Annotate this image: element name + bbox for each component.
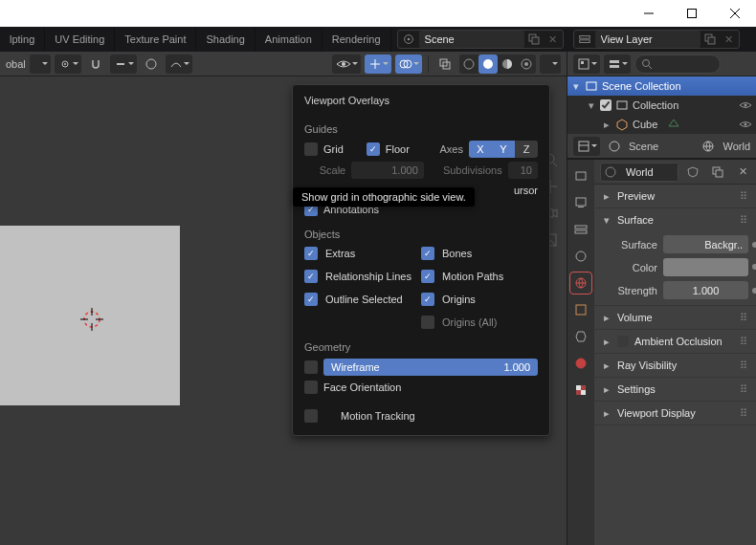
workspace-tab[interactable]: lpting: [0, 27, 45, 52]
shading-lookdev[interactable]: [498, 54, 517, 74]
orientation-dropdown[interactable]: [30, 54, 51, 74]
tab-object[interactable]: [570, 299, 591, 320]
panel-header[interactable]: ▸Ray Visibility⠿: [594, 354, 756, 377]
shading-wireframe[interactable]: [459, 54, 478, 74]
origins-checkbox[interactable]: [421, 293, 434, 306]
grid-checkbox[interactable]: [304, 142, 318, 156]
ao-checkbox[interactable]: [617, 336, 629, 347]
tab-modifiers[interactable]: [570, 326, 591, 347]
tree-row-collection[interactable]: ▾ Collection: [567, 96, 756, 115]
axis-y-toggle[interactable]: Y: [492, 141, 515, 158]
collection-enable-checkbox[interactable]: [600, 99, 611, 111]
snap-toggle[interactable]: [85, 54, 106, 74]
scale-field[interactable]: 1.000: [351, 162, 424, 179]
bones-label: Bones: [442, 248, 472, 259]
world-datablock-field[interactable]: [600, 163, 678, 182]
svg-point-57: [610, 142, 619, 151]
origins-all-checkbox[interactable]: [421, 316, 434, 329]
outliner-display-mode[interactable]: [573, 54, 600, 74]
xray-toggle[interactable]: [434, 54, 456, 74]
svg-rect-52: [617, 101, 627, 109]
panel-header[interactable]: ▸Ambient Occlusion⠿: [594, 330, 756, 353]
tree-row-object[interactable]: ▸ Cube: [567, 115, 756, 134]
shading-dropdown[interactable]: [540, 54, 561, 74]
panel-header[interactable]: ▸Viewport Display⠿: [594, 402, 756, 425]
close-button[interactable]: [713, 0, 756, 27]
motion-paths-checkbox[interactable]: [421, 270, 434, 283]
extras-label: Extras: [325, 248, 355, 259]
surface-shader-field[interactable]: Backgr..: [663, 235, 748, 253]
tab-output[interactable]: [570, 192, 591, 213]
svg-line-33: [649, 66, 652, 69]
tab-viewlayer[interactable]: [570, 219, 591, 240]
shield-icon[interactable]: [682, 163, 703, 182]
new-copy-button[interactable]: [707, 163, 728, 182]
tab-texture[interactable]: [570, 380, 591, 401]
svg-point-71: [606, 167, 615, 177]
wireframe-checkbox[interactable]: [304, 360, 318, 374]
face-orientation-checkbox[interactable]: [304, 381, 318, 394]
relationship-lines-checkbox[interactable]: [304, 270, 318, 283]
workspace-tab[interactable]: Animation: [256, 27, 322, 52]
snap-dropdown[interactable]: [110, 54, 137, 74]
outliner-tree[interactable]: ▾ Scene Collection ▾ Collection ▸ Cube: [567, 76, 756, 134]
svg-point-5: [407, 38, 410, 41]
subdiv-field[interactable]: 10: [508, 162, 538, 179]
minimize-button[interactable]: [627, 0, 670, 27]
proportional-dropdown[interactable]: [166, 54, 192, 74]
viewlayer-browse-button[interactable]: [700, 33, 720, 45]
viewport-3d[interactable]: Show grid in othographic side view. View…: [0, 76, 567, 545]
panel-header[interactable]: ▸Preview⠿: [594, 185, 756, 207]
outliner-search[interactable]: [634, 54, 721, 74]
tab-render[interactable]: [570, 165, 591, 186]
outline-selected-checkbox[interactable]: [304, 293, 318, 306]
floor-checkbox[interactable]: [367, 142, 380, 156]
tab-scene[interactable]: [570, 246, 591, 267]
svg-rect-60: [576, 198, 586, 206]
svg-rect-8: [579, 36, 589, 39]
scene-browse-button[interactable]: [524, 33, 544, 45]
panel-header[interactable]: ▸Volume⠿: [594, 306, 756, 329]
properties-context-header: Scene World: [567, 134, 756, 159]
scene-name-input[interactable]: [419, 31, 524, 48]
tree-row-scene-collection[interactable]: ▾ Scene Collection: [567, 76, 756, 96]
workspace-tab[interactable]: UV Editing: [45, 27, 115, 52]
visibility-dropdown[interactable]: [332, 54, 361, 74]
bones-checkbox[interactable]: [421, 247, 434, 260]
motion-tracking-checkbox[interactable]: [304, 409, 318, 423]
extras-checkbox[interactable]: [304, 247, 318, 260]
scene-datablock[interactable]: ✕: [397, 30, 564, 49]
panel-header[interactable]: ▸Settings⠿: [594, 378, 756, 401]
color-field[interactable]: [663, 258, 748, 276]
workspace-tab[interactable]: Shading: [196, 27, 255, 52]
properties-editor-type[interactable]: [573, 137, 600, 156]
shading-solid[interactable]: [478, 54, 498, 74]
strength-field[interactable]: 1.000: [663, 281, 748, 299]
world-name-input[interactable]: [620, 164, 678, 181]
overlay-dropdown[interactable]: [395, 54, 422, 74]
panel-header[interactable]: ▾Surface⠿: [594, 208, 756, 231]
shading-rendered[interactable]: [517, 54, 536, 74]
scale-label: Scale: [320, 164, 346, 176]
gizmo-dropdown[interactable]: [365, 54, 391, 74]
viewlayer-datablock[interactable]: ✕: [573, 30, 740, 49]
axis-z-toggle[interactable]: Z: [515, 141, 538, 158]
scene-close-button[interactable]: ✕: [544, 33, 563, 46]
maximize-button[interactable]: [670, 0, 713, 27]
unlink-button[interactable]: ✕: [732, 163, 753, 182]
proportional-toggle[interactable]: [141, 54, 162, 74]
pivot-dropdown[interactable]: [55, 54, 81, 74]
viewlayer-close-button[interactable]: ✕: [720, 33, 739, 46]
scene-crumb[interactable]: Scene: [629, 141, 658, 152]
outliner-filter[interactable]: [604, 54, 631, 74]
tab-material[interactable]: [570, 353, 591, 374]
eye-icon[interactable]: [739, 100, 752, 110]
wireframe-slider[interactable]: Wireframe 1.000: [323, 359, 538, 376]
eye-icon[interactable]: [739, 120, 752, 129]
tab-world[interactable]: [570, 272, 591, 294]
axis-x-toggle[interactable]: X: [469, 141, 492, 158]
world-crumb[interactable]: World: [723, 141, 750, 152]
workspace-tab[interactable]: Rendering: [322, 27, 391, 52]
workspace-tab[interactable]: Texture Paint: [115, 27, 196, 52]
viewlayer-name-input[interactable]: [595, 31, 700, 48]
